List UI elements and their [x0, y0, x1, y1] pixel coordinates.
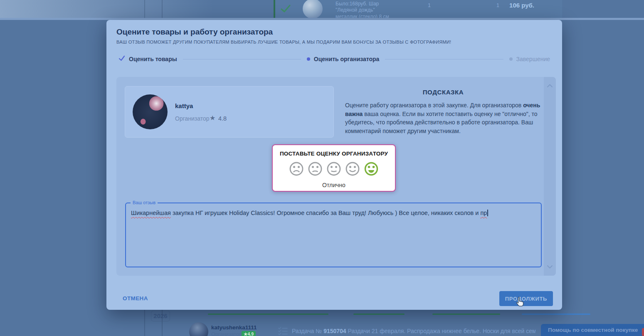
scrollbar-track[interactable]: [544, 77, 556, 276]
smile-face-icon: [345, 161, 360, 177]
review-text-part: Шикарнейшая: [131, 210, 171, 216]
big-smile-face-icon: [363, 161, 379, 177]
organizer-role-label: Организатор: [211, 331, 242, 336]
frown-face-icon: [307, 161, 323, 177]
hint-block: ПОДСКАЗКА Оцените работу организатора в …: [345, 89, 541, 136]
hint-text: Оцените работу организатора в этой закуп…: [345, 101, 541, 136]
smiley-rating-row: [273, 161, 395, 177]
text-caret: [487, 210, 488, 216]
hint-text-part: Оцените работу организатора в этой закуп…: [345, 102, 523, 109]
purchase-rest: Раздачи 21 февраля. Распродажа нижнее бе…: [346, 328, 535, 334]
product-price: 106 руб.: [509, 2, 534, 9]
help-button: Помощь по совместной покупке: [541, 324, 644, 336]
neutral-face-icon: [326, 161, 342, 177]
hint-title: ПОДСКАЗКА: [345, 89, 541, 96]
continue-button[interactable]: ПРОДОЛЖИТЬ: [499, 291, 553, 306]
review-text-value: Шикарнейшая закупка НГ игрушек Holiday C…: [126, 203, 541, 222]
step-label: Оценить товары: [129, 56, 177, 62]
chevron-down-icon[interactable]: [547, 263, 553, 271]
progress-line-blue: [522, 314, 590, 315]
product-description: Было:168руб. Шар "Ледяной дождь" металли…: [336, 1, 389, 20]
product-line: "Ледяной дождь": [336, 7, 389, 13]
rating-value: 4.9: [247, 331, 254, 336]
rating-smiley-bad[interactable]: [307, 161, 323, 177]
modal-title: Оцените товары и работу организатора: [116, 27, 273, 37]
table-column-divider: [144, 310, 145, 336]
quantity-value: 1: [428, 2, 431, 8]
review-text-part: пр: [480, 210, 487, 216]
star-icon: ★: [210, 114, 215, 122]
step-finish: Завершение: [509, 56, 550, 62]
table-column-divider: [144, 0, 145, 20]
organizer-rating-badge: ★4.9: [242, 331, 256, 336]
rating-smiley-good[interactable]: [345, 161, 360, 177]
product-line: Было:168руб. Шар: [336, 1, 389, 7]
rating-smiley-terrible[interactable]: [289, 161, 304, 177]
checkmark-icon: [280, 3, 291, 16]
progress-line-green: [208, 314, 328, 315]
rating-smiley-neutral[interactable]: [326, 161, 342, 177]
rating-box-title: ПОСТАВЬТЕ ОЦЕНКУ ОРГАНИЗАТОРУ: [273, 151, 395, 157]
background-product-row: Было:168руб. Шар "Ледяной дождь" металли…: [274, 0, 562, 18]
quantity-value: 1: [496, 2, 499, 8]
wizard-stepper: Оценить товары Оценить организатора Заве…: [118, 55, 550, 63]
step-rate-products[interactable]: Оценить товары: [118, 55, 177, 63]
active-step-dot-icon: [307, 57, 310, 61]
review-text-part: закупка НГ игрушек Holiday Classics! Огр…: [171, 210, 481, 216]
rating-smiley-excellent-selected[interactable]: [363, 161, 379, 177]
organizer-card: kattya Организатор ★ 4.8: [125, 86, 334, 138]
stepper-connector: [385, 59, 503, 59]
purchase-number: 9150704: [323, 328, 346, 334]
rate-organizer-modal: Оцените товары и работу организатора ВАШ…: [106, 20, 562, 310]
table-column-divider: [162, 0, 163, 20]
rating-highlight-box: ПОСТАВЬТЕ ОЦЕНКУ ОРГАНИЗАТОРУ: [272, 144, 396, 192]
floating-widget-sliver: [642, 328, 644, 336]
step-check-icon: [118, 55, 125, 63]
cursor-pointer-icon: [514, 296, 526, 310]
step-label: Оценить организатора: [314, 56, 380, 62]
star-icon: ★: [244, 331, 247, 336]
progress-line-green: [432, 314, 500, 315]
product-thumbnail: [303, 0, 323, 19]
modal-subtitle: ВАШ ОТЗЫВ ПОМОЖЕТ ДРУГИМ ПОКУПАТЕЛЯМ ВЫБ…: [116, 40, 451, 44]
modal-content-panel: kattya Организатор ★ 4.8 ПОДСКАЗКА Оцени…: [116, 77, 556, 276]
step-label: Завершение: [516, 56, 550, 62]
purchase-prefix: Раздача №: [292, 328, 323, 334]
hint-text-part: ваша оценка. Если вы хотите поставить оц…: [345, 111, 538, 134]
organizer-role: Организатор: [175, 115, 210, 122]
checklist-icon: [278, 327, 288, 336]
organizer-avatar: [189, 322, 208, 336]
review-textarea[interactable]: Ваш отзыв Шикарнейшая закупка НГ игрушек…: [125, 203, 542, 267]
cancel-button[interactable]: ОТМЕНА: [123, 295, 148, 301]
selected-rating-label: Отлично: [273, 182, 395, 188]
organizer-card-avatar: [133, 94, 168, 129]
organizer-rating: 4.8: [218, 115, 227, 122]
year-chip: 2026: [151, 311, 170, 321]
organizer-username: katyushenka1111: [211, 324, 257, 331]
organizer-name: kattya: [175, 102, 193, 109]
stepper-connector: [183, 59, 301, 59]
purchase-title: Раздача № 9150704 Раздачи 21 февраля. Ра…: [292, 328, 535, 334]
chevron-up-icon[interactable]: [547, 82, 553, 89]
step-rate-organizer: Оценить организатора: [307, 56, 380, 62]
page-top-wash: [0, 0, 274, 20]
review-field-label: Ваш отзыв: [131, 200, 158, 205]
progress-line-green: [353, 314, 405, 315]
sad-face-icon: [289, 161, 304, 177]
idle-step-dot-icon: [509, 57, 513, 61]
